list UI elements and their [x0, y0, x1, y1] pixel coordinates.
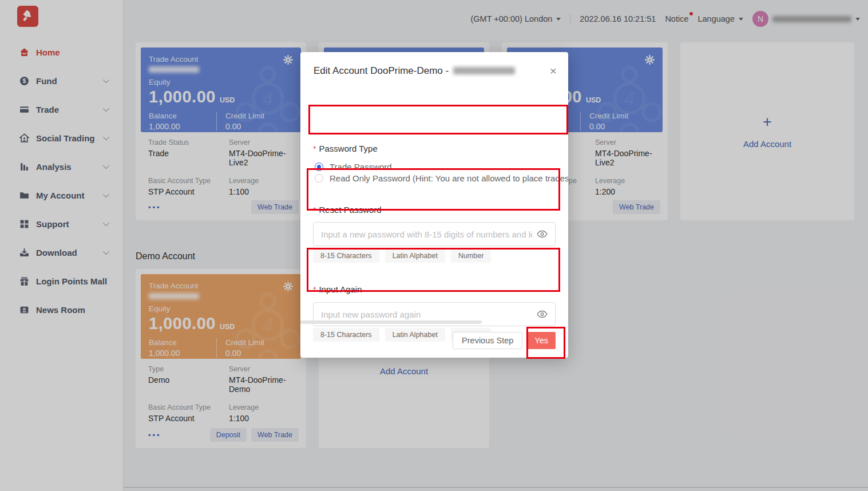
radio-selected-icon: [315, 163, 323, 171]
modal-title: Edit Account DooPrime-Demo -: [314, 65, 449, 77]
eye-icon[interactable]: [537, 310, 548, 318]
account-number-redacted: [453, 67, 515, 74]
app-root: Home $ Fund Trade Social Tr: [0, 0, 868, 491]
radio-unselected-icon: [315, 174, 323, 183]
horizontal-scrollbar[interactable]: [300, 320, 482, 324]
reset-password-input[interactable]: [321, 229, 532, 239]
yes-button[interactable]: Yes: [527, 332, 556, 349]
rule-tag: Latin Alphabet: [385, 328, 445, 342]
edit-account-modal: Edit Account DooPrime-Demo - × *Password…: [300, 52, 568, 358]
password-type-label: *Password Type: [313, 144, 378, 153]
rule-tag: 8-15 Characters: [313, 249, 379, 263]
radio-trade-password[interactable]: Trade Password: [315, 162, 568, 172]
rule-tag: 8-15 Characters: [313, 328, 379, 342]
previous-step-button[interactable]: Previous Step: [453, 332, 522, 349]
eye-icon[interactable]: [537, 230, 548, 238]
password-rule-tags: 8-15 Characters Latin Alphabet Number: [313, 249, 491, 263]
rule-tag: Number: [451, 249, 491, 263]
required-mark: *: [313, 205, 316, 215]
reset-password-label: *Reset Password: [313, 205, 382, 215]
reset-password-field: [313, 222, 556, 246]
input-again-input[interactable]: [321, 310, 532, 319]
radio-read-only-password[interactable]: Read Only Password (Hint: You are not al…: [315, 173, 568, 183]
required-mark: *: [313, 285, 316, 294]
rule-tag: Latin Alphabet: [385, 249, 445, 263]
required-mark: *: [313, 144, 316, 153]
input-again-label: *Input Again: [313, 284, 362, 294]
close-icon[interactable]: ×: [550, 65, 557, 77]
